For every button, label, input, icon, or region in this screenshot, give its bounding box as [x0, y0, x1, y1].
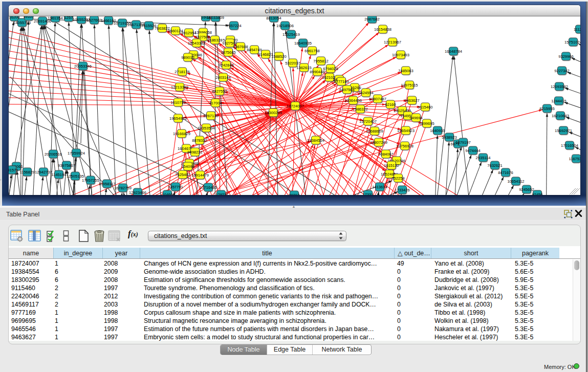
svg-text:15720407: 15720407 [359, 119, 377, 124]
svg-text:1167531: 1167531 [569, 157, 581, 161]
svg-text:8186328: 8186328 [207, 38, 223, 42]
svg-text:6497568: 6497568 [339, 87, 355, 92]
svg-text:10756928: 10756928 [396, 144, 413, 148]
svg-text:12213389: 12213389 [171, 85, 188, 90]
svg-text:12923: 12923 [215, 192, 226, 195]
svg-text:20053346: 20053346 [74, 64, 92, 69]
svg-text:9474444: 9474444 [465, 148, 481, 153]
svg-text:10807487: 10807487 [369, 97, 386, 101]
svg-text:6879197: 6879197 [455, 140, 471, 145]
svg-text:3624554: 3624554 [358, 91, 374, 95]
svg-text:12923466: 12923466 [129, 190, 146, 195]
svg-text:8471676: 8471676 [498, 170, 513, 175]
svg-text:9457791: 9457791 [168, 185, 183, 189]
svg-text:16154838: 16154838 [374, 27, 391, 32]
svg-text:7955812: 7955812 [313, 59, 329, 63]
svg-text:2935114: 2935114 [476, 156, 491, 160]
svg-text:9498222: 9498222 [187, 150, 203, 155]
svg-text:1588520: 1588520 [271, 54, 287, 59]
svg-text:1640935: 1640935 [430, 128, 445, 133]
svg-text:8427552: 8427552 [212, 89, 227, 94]
svg-text:391571: 391571 [9, 168, 18, 172]
svg-text:1156829: 1156829 [20, 170, 35, 174]
svg-text:1961354: 1961354 [48, 16, 63, 20]
svg-text:12093582: 12093582 [551, 84, 568, 89]
svg-text:19218506: 19218506 [276, 24, 294, 28]
svg-text:10973493: 10973493 [392, 53, 409, 57]
svg-text:7625402: 7625402 [175, 172, 190, 177]
svg-text:252254: 252254 [391, 176, 404, 181]
svg-text:10688609: 10688609 [366, 129, 383, 134]
svg-text:1527602: 1527602 [86, 18, 102, 23]
svg-text:9245652: 9245652 [519, 187, 534, 192]
svg-text:1145194: 1145194 [52, 172, 67, 177]
svg-text:19654925: 19654925 [169, 116, 187, 121]
svg-text:5322037: 5322037 [285, 61, 300, 65]
svg-text:20206516: 20206516 [45, 152, 62, 157]
svg-text:154099: 154099 [181, 164, 194, 169]
svg-text:7485063: 7485063 [398, 69, 413, 73]
svg-text:8267130: 8267130 [203, 114, 219, 118]
svg-text:92456: 92456 [532, 192, 542, 195]
svg-text:16210643: 16210643 [552, 114, 569, 118]
svg-text:9899695: 9899695 [419, 121, 434, 126]
svg-text:12505135: 12505135 [67, 174, 84, 179]
svg-text:7357224: 7357224 [226, 24, 242, 28]
svg-text:1257: 1257 [64, 16, 73, 20]
svg-text:15692971: 15692971 [555, 128, 572, 133]
svg-text:9242848: 9242848 [219, 63, 234, 68]
svg-text:19166829: 19166829 [173, 132, 190, 136]
svg-text:9084067: 9084067 [378, 152, 394, 157]
svg-text:1244415: 1244415 [551, 99, 567, 103]
svg-text:7632621: 7632621 [487, 163, 503, 168]
svg-text:1010755: 1010755 [170, 100, 186, 105]
svg-text:8454749: 8454749 [247, 48, 262, 52]
svg-text:15751074: 15751074 [564, 40, 580, 45]
svg-text:8878332: 8878332 [192, 138, 207, 143]
svg-text:16914479: 16914479 [191, 173, 209, 178]
svg-text:111216: 111216 [574, 27, 580, 32]
svg-text:2718176: 2718176 [175, 70, 190, 74]
svg-text:989015: 989015 [181, 55, 194, 60]
svg-text:17359924: 17359924 [68, 151, 85, 156]
svg-text:2087682: 2087682 [364, 17, 380, 21]
svg-text:17016504: 17016504 [561, 143, 578, 148]
svg-text:18724007: 18724007 [287, 104, 304, 108]
svg-text:5938923: 5938923 [442, 135, 457, 140]
svg-text:19654923: 19654923 [397, 128, 415, 133]
svg-text:10958117: 10958117 [98, 182, 115, 186]
svg-text:20364436: 20364436 [344, 98, 362, 103]
svg-text:12942737: 12942737 [35, 170, 52, 174]
svg-text:6794028: 6794028 [323, 67, 338, 71]
svg-text:18300295: 18300295 [265, 111, 282, 115]
svg-text:8813054: 8813054 [266, 16, 281, 20]
svg-text:2803144: 2803144 [215, 75, 231, 80]
svg-text:13716485: 13716485 [200, 185, 217, 190]
svg-text:93975867: 93975867 [58, 163, 75, 168]
svg-text:99107: 99107 [23, 16, 34, 19]
svg-text:1733426: 1733426 [395, 188, 410, 192]
svg-text:1413614: 1413614 [372, 185, 387, 189]
svg-text:19384554: 19384554 [307, 138, 324, 143]
svg-text:8215955: 8215955 [539, 106, 555, 111]
svg-text:16782759: 16782759 [114, 186, 132, 190]
svg-text:18807249: 18807249 [370, 140, 387, 145]
svg-text:17957255: 17957255 [82, 178, 99, 183]
svg-text:17331: 17331 [362, 192, 373, 195]
svg-text:16648784: 16648784 [445, 49, 462, 54]
svg-text:2367608: 2367608 [233, 45, 248, 49]
svg-text:18640935: 18640935 [294, 41, 312, 46]
svg-text:12213967: 12213967 [384, 40, 401, 45]
svg-text:1615132: 1615132 [384, 163, 399, 168]
svg-text:99213: 99213 [289, 193, 299, 195]
svg-text:16033809: 16033809 [207, 16, 224, 20]
svg-text:9227342: 9227342 [554, 69, 570, 73]
svg-text:12975115: 12975115 [401, 83, 418, 87]
svg-text:62160: 62160 [385, 102, 396, 107]
svg-text:10460: 10460 [162, 192, 172, 195]
svg-text:949694: 949694 [409, 116, 422, 120]
svg-text:10654112: 10654112 [507, 179, 524, 184]
svg-text:7986322: 7986322 [353, 107, 368, 112]
svg-text:417004: 417004 [209, 101, 222, 105]
svg-text:9777169: 9777169 [334, 79, 349, 84]
